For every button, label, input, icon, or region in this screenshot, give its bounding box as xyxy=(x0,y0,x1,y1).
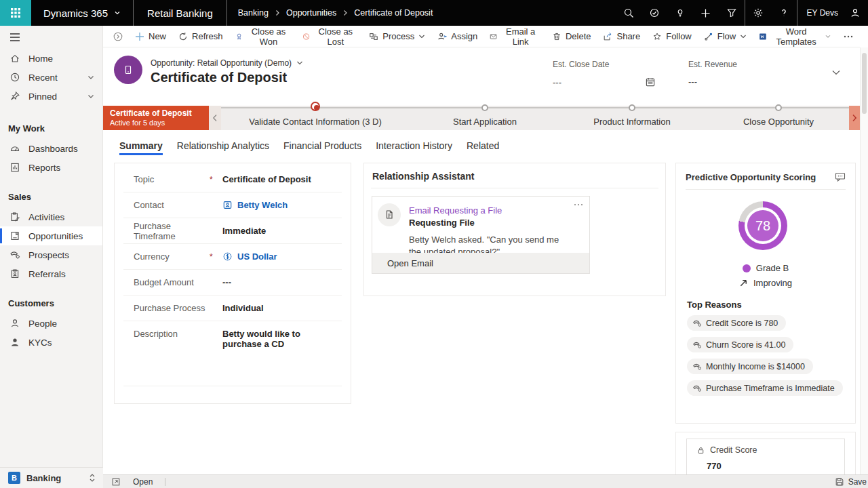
topnav-divider xyxy=(797,0,797,26)
insight-title-link[interactable]: Email Requesting a File xyxy=(409,205,570,216)
breadcrumb-item[interactable]: Banking xyxy=(238,8,269,18)
tab-interaction-history[interactable]: Interaction History xyxy=(376,133,452,159)
sidebar-item-people[interactable]: People xyxy=(0,314,102,333)
reason-chip[interactable]: Churn Score is 41.00 xyxy=(687,337,793,352)
bpf-stage-start-application[interactable]: Start Application xyxy=(400,102,570,127)
field-description[interactable]: Description Betty would like to purchase… xyxy=(123,321,342,386)
sidebar-item-referrals[interactable]: Referrals xyxy=(0,264,102,283)
share-button[interactable]: Share xyxy=(597,28,646,45)
field-budget-amount[interactable]: Budget Amount --- xyxy=(123,270,342,296)
reason-chip[interactable]: Monthly Income is $14000 xyxy=(687,359,813,374)
close-as-won-button[interactable]: Close as Won xyxy=(229,28,297,45)
tab-related[interactable]: Related xyxy=(467,133,499,159)
vertical-scrollbar[interactable] xyxy=(860,47,868,474)
header-collapse-chevron-icon[interactable] xyxy=(831,69,841,76)
breadcrumb-item[interactable]: Certificate of Deposit xyxy=(354,8,433,18)
more-commands-button[interactable] xyxy=(837,28,860,45)
insight-subtitle: Requesting File xyxy=(409,218,570,228)
refresh-button[interactable]: Refresh xyxy=(172,28,229,45)
bpf-stage-close-opportunity[interactable]: Close Opportunity xyxy=(694,102,863,127)
field-currency[interactable]: Currency US Dollar xyxy=(123,244,342,270)
sidebar-item-activities[interactable]: Activities xyxy=(0,207,102,226)
report-icon xyxy=(9,162,20,173)
est-close-date-value[interactable]: --- xyxy=(553,77,561,87)
sidebar-item-dashboards[interactable]: Dashboards xyxy=(0,139,102,158)
tab-financial-products[interactable]: Financial Products xyxy=(283,133,361,159)
account-button[interactable] xyxy=(842,0,868,26)
email-link-button[interactable]: Email a Link xyxy=(484,28,546,45)
org-name[interactable]: Retail Banking xyxy=(133,0,227,26)
area-label: Banking xyxy=(26,473,61,483)
field-purchase-timeframe[interactable]: Purchase Timeframe Immediate xyxy=(123,218,342,244)
app-title[interactable]: Dynamics 365 xyxy=(31,7,133,19)
record-type-selector[interactable]: Opportunity: Retail Opportunity (Demo) xyxy=(151,58,303,68)
sidebar-item-reports[interactable]: Reports xyxy=(0,158,102,177)
chevron-right-icon xyxy=(852,114,857,122)
bpf-next-chevron[interactable] xyxy=(849,106,860,130)
flow-button[interactable]: Flow xyxy=(698,28,753,45)
filter-button[interactable] xyxy=(719,0,745,26)
score-trend: Improving xyxy=(676,278,855,288)
user-name[interactable]: EY Devs xyxy=(807,8,838,18)
breadcrumb-chevron-icon xyxy=(275,9,280,16)
bpf-stage-validate-contact-information[interactable]: Validate Contact Information (3 D) xyxy=(231,102,400,127)
form-state-icon xyxy=(111,477,121,487)
breadcrumb-item[interactable]: Opportunities xyxy=(286,8,336,18)
est-revenue-value[interactable]: --- xyxy=(688,77,697,87)
sidebar-item-home[interactable]: Home xyxy=(0,49,102,68)
delete-button[interactable]: Delete xyxy=(546,28,597,45)
bpf-previous-chevron[interactable] xyxy=(209,106,221,130)
calendar-icon[interactable] xyxy=(645,77,656,87)
bpf-active-stage-banner[interactable]: Certificate of Deposit Active for 5 days xyxy=(103,106,209,130)
tab-relationship-analytics[interactable]: Relationship Analytics xyxy=(177,133,269,159)
form-content: Topic Certificate of Deposit Contact Bet… xyxy=(103,159,860,474)
settings-button[interactable] xyxy=(745,0,771,26)
breadcrumb-chevron-icon xyxy=(342,9,348,16)
follow-button[interactable]: Follow xyxy=(646,28,698,45)
reason-chip[interactable]: Credit Score is 780 xyxy=(687,315,786,331)
field-contact[interactable]: Contact Betty Welch xyxy=(123,192,342,218)
close-as-lost-button[interactable]: Close as Lost xyxy=(296,28,363,45)
sidebar-item-prospects[interactable]: Prospects xyxy=(0,245,102,264)
insights-button[interactable] xyxy=(667,0,693,26)
waffle-menu-button[interactable] xyxy=(0,0,31,26)
activities-icon xyxy=(9,211,20,222)
breadcrumb: Banking Opportunities Certificate of Dep… xyxy=(227,8,444,18)
sitemap-toggle-button[interactable] xyxy=(0,26,102,49)
help-button[interactable] xyxy=(771,0,797,26)
sidebar-item-pinned[interactable]: Pinned xyxy=(0,87,102,106)
task-checker-button[interactable] xyxy=(642,0,667,26)
new-button[interactable]: New xyxy=(129,28,172,45)
word-templates-button[interactable]: Word Templates xyxy=(753,28,837,45)
contact-link[interactable]: Betty Welch xyxy=(237,200,288,210)
funnel-icon xyxy=(726,7,737,18)
tab-summary[interactable]: Summary xyxy=(119,133,163,159)
sidebar-item-opportunities[interactable]: Opportunities xyxy=(0,226,102,245)
credit-score-value[interactable]: 770 xyxy=(707,461,844,471)
new-record-button[interactable] xyxy=(693,0,719,26)
area-switcher[interactable]: B Banking xyxy=(0,467,103,488)
score-donut: 78 xyxy=(738,201,787,250)
open-email-action[interactable]: Open Email xyxy=(372,253,589,273)
stage-active-circle xyxy=(311,102,320,111)
currency-link[interactable]: US Dollar xyxy=(237,251,277,262)
flow-icon xyxy=(704,32,713,41)
search-button[interactable] xyxy=(616,0,642,26)
dashboard-icon xyxy=(9,143,20,154)
process-button[interactable]: Process xyxy=(363,28,431,45)
bpf-stage-product-information[interactable]: Product Information xyxy=(547,102,717,127)
feedback-comment-icon[interactable] xyxy=(835,172,846,182)
word-document-icon xyxy=(759,32,767,41)
predictive-scoring-card: Predictive Opportunity Scoring 78 Grade … xyxy=(675,163,856,424)
save-button[interactable]: Save xyxy=(835,477,868,487)
card-more-options-icon[interactable] xyxy=(573,202,584,207)
chevron-down-icon xyxy=(87,94,94,99)
collapse-commands-button[interactable] xyxy=(107,28,129,45)
reason-chip[interactable]: Purchase Timeframe is Immediate xyxy=(687,380,843,396)
sidebar-item-kycs[interactable]: KYCs xyxy=(0,333,102,352)
sidebar-item-recent[interactable]: Recent xyxy=(0,68,102,87)
field-purchase-process[interactable]: Purchase Process Individual xyxy=(123,296,342,321)
assign-button[interactable]: Assign xyxy=(431,28,484,45)
field-topic[interactable]: Topic Certificate of Deposit xyxy=(123,167,342,192)
scrollbar-thumb[interactable] xyxy=(862,53,867,114)
